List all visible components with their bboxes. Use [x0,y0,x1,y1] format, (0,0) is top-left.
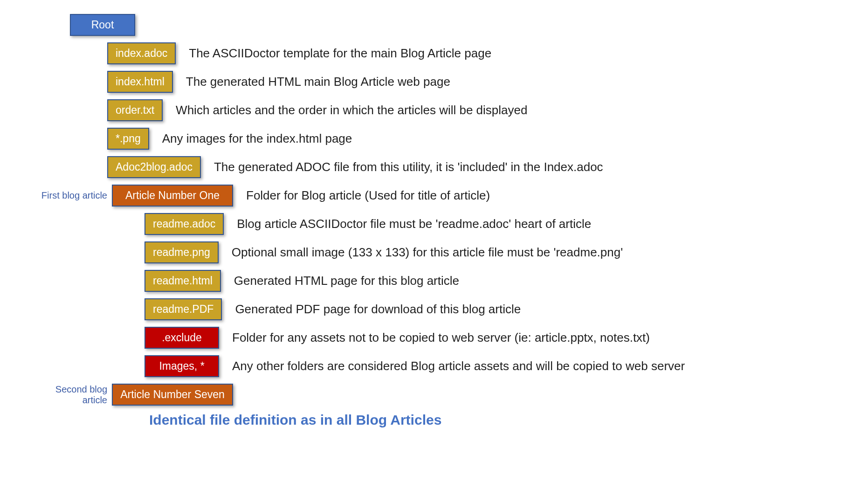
side-label-first: First blog article [28,190,107,201]
file-label: order.txt [116,104,154,117]
folder-row: Images, * Any other folders are consider… [145,355,849,377]
file-desc: Blog article ASCIIDoctor file must be 'r… [237,217,591,231]
root-label: Root [91,19,114,31]
footer-note: Identical file definition as in all Blog… [149,412,849,428]
file-desc: Optional small image (133 x 133) for thi… [232,245,623,260]
folder-label: .exclude [162,331,202,344]
file-box-readme-pdf: readme.PDF [145,298,222,320]
article-folder-one: Article Number One [112,185,233,207]
file-row: index.adoc The ASCIIDoctor template for … [107,42,849,64]
article-row: First blog article Article Number One Fo… [112,185,849,207]
file-desc: Any images for the index.html page [162,131,352,146]
article-desc: Folder for Blog article (Used for title … [246,188,490,203]
file-desc: Which articles and the order in which th… [176,103,527,117]
file-row: *.png Any images for the index.html page [107,128,849,150]
file-box-png: *.png [107,128,149,150]
root-box: Root [70,14,135,36]
folder-row: .exclude Folder for any assets not to be… [145,327,849,349]
file-label: *.png [116,132,141,145]
file-row: order.txt Which articles and the order i… [107,99,849,121]
file-desc: The generated HTML main Blog Article web… [186,75,450,89]
article-row: Second blog article Article Number Seven [112,384,849,406]
file-box-index-html: index.html [107,71,173,93]
folder-box-exclude: .exclude [145,327,219,349]
file-row: index.html The generated HTML main Blog … [107,71,849,93]
file-box-adoc2blog: Adoc2blog.adoc [107,156,201,178]
file-label: readme.PDF [153,303,214,316]
file-label: readme.adoc [153,218,215,230]
article-label: Article Number Seven [120,388,225,401]
file-row: Adoc2blog.adoc The generated ADOC file f… [107,156,849,178]
file-desc: The generated ADOC file from this utilit… [214,160,603,174]
article-label: Article Number One [125,189,220,202]
file-label: Adoc2blog.adoc [116,161,193,173]
file-box-readme-adoc: readme.adoc [145,213,224,235]
file-box-order-txt: order.txt [107,99,163,121]
article-folder-seven: Article Number Seven [112,384,233,406]
file-label: index.html [116,76,165,88]
file-desc: Generated PDF page for download of this … [235,302,521,317]
file-box-readme-html: readme.html [145,270,221,292]
folder-box-images: Images, * [145,355,219,377]
file-label: readme.html [153,275,213,287]
file-row: readme.png Optional small image (133 x 1… [145,241,849,263]
folder-desc: Any other folders are considered Blog ar… [232,359,685,373]
file-label: readme.png [153,246,210,259]
file-box-index-adoc: index.adoc [107,42,176,64]
root-row: Root [70,14,849,36]
file-desc: The ASCIIDoctor template for the main Bl… [189,46,491,61]
file-label: index.adoc [116,47,167,60]
file-row: readme.PDF Generated PDF page for downlo… [145,298,849,320]
folder-label: Images, * [159,360,204,372]
folder-desc: Folder for any assets not to be copied t… [232,331,650,345]
file-desc: Generated HTML page for this blog articl… [234,274,459,288]
side-label-second: Second blog article [28,384,107,406]
file-row: readme.html Generated HTML page for this… [145,270,849,292]
file-row: readme.adoc Blog article ASCIIDoctor fil… [145,213,849,235]
file-box-readme-png: readme.png [145,241,219,263]
